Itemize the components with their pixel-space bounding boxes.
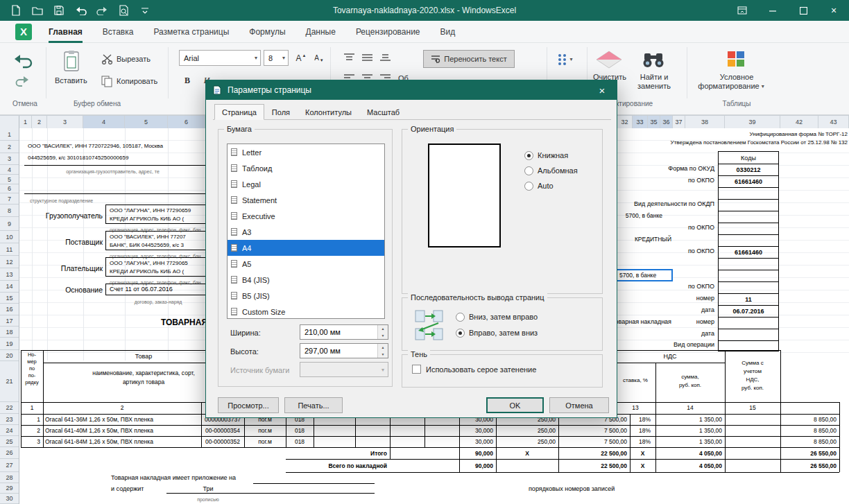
print-button[interactable]: Печать...: [284, 397, 343, 413]
font-size-combo[interactable]: 8▾: [264, 50, 289, 66]
copy-button[interactable]: Копировать: [117, 76, 157, 86]
copy-icon[interactable]: [100, 75, 114, 87]
column-header-36[interactable]: 36: [660, 116, 673, 128]
paste-icon[interactable]: [60, 49, 83, 73]
find-replace-icon[interactable]: [638, 49, 669, 71]
ribbon-tab-2[interactable]: Вставка: [103, 21, 134, 43]
quick-access-chevron-icon[interactable]: [139, 4, 151, 17]
app-logo-icon[interactable]: X: [15, 24, 32, 40]
orientation-option-2[interactable]: Альбомная: [524, 166, 578, 175]
redo-icon[interactable]: [96, 4, 108, 17]
ribbon-tab-4[interactable]: Формулы: [249, 21, 285, 43]
bold-button[interactable]: B: [179, 72, 196, 89]
save-icon[interactable]: [53, 4, 65, 17]
find-replace-label-1[interactable]: Найти и: [634, 72, 674, 82]
active-cell[interactable]: 5700, в банке: [616, 269, 673, 281]
column-header-39[interactable]: 39: [725, 116, 780, 128]
ribbon-tab-1[interactable]: Главная: [49, 21, 83, 43]
column-header-4[interactable]: 4: [83, 116, 125, 128]
dialog-tab-2[interactable]: Поля: [264, 104, 298, 120]
paper-item-custom-size[interactable]: Custom Size: [228, 304, 384, 319]
paper-item-a4[interactable]: A4: [228, 240, 384, 256]
spin-up-icon[interactable]: ▲: [378, 344, 388, 351]
spin-down-icon[interactable]: ▼: [378, 332, 388, 339]
paper-groupbox: Бумага LetterТаблоидLegalStatementExecut…: [218, 129, 393, 387]
page-order-option-1[interactable]: Вниз, затем вправо: [456, 312, 538, 322]
dialog-close-button[interactable]: ×: [588, 80, 617, 100]
column-header-42[interactable]: 42: [780, 116, 818, 128]
radio-icon[interactable]: [456, 329, 465, 338]
paper-item-a3[interactable]: A3: [228, 224, 384, 240]
preview-button[interactable]: Просмотр...: [218, 397, 279, 413]
column-header-43[interactable]: 43: [818, 116, 849, 128]
dialog-tab-4[interactable]: Масштаб: [359, 104, 407, 120]
column-header-5[interactable]: 5: [125, 116, 168, 128]
ribbon-display-options-icon[interactable]: [727, 0, 757, 21]
print-preview-icon[interactable]: [117, 4, 130, 17]
grid-options-button[interactable]: ▾: [552, 50, 578, 68]
column-header-37[interactable]: 37: [673, 116, 685, 128]
paper-item-executive[interactable]: Executive: [228, 208, 384, 224]
paper-item-таблоид[interactable]: Таблоид: [228, 160, 384, 176]
undo-button[interactable]: [10, 50, 36, 71]
dialog-tab-1[interactable]: Страница: [214, 104, 264, 120]
page-order-option-2[interactable]: Вправо, затем вниз: [456, 328, 538, 338]
align-middle-icon[interactable]: [359, 50, 375, 66]
paper-item-legal[interactable]: Legal: [228, 176, 384, 192]
radio-icon[interactable]: [524, 166, 533, 175]
conditional-formatting-label-1[interactable]: Условное: [702, 72, 771, 82]
radio-icon[interactable]: [524, 151, 533, 160]
dialog-tab-3[interactable]: Колонтитулы: [298, 104, 359, 120]
clear-icon[interactable]: [594, 49, 624, 71]
font-name-combo[interactable]: Arial▾: [179, 50, 261, 66]
ribbon-tab-3[interactable]: Разметка страницы: [153, 21, 229, 43]
ok-button[interactable]: OK: [486, 397, 544, 413]
column-header-32[interactable]: 32: [617, 116, 633, 128]
column-header-38[interactable]: 38: [685, 116, 725, 128]
cut-button[interactable]: Вырезать: [117, 54, 151, 64]
spin-up-icon[interactable]: ▲: [378, 325, 388, 332]
dialog-titlebar[interactable]: Параметры страницы ×: [206, 80, 617, 100]
column-header-35[interactable]: 35: [648, 116, 660, 128]
spin-down-icon[interactable]: ▼: [378, 351, 388, 358]
column-header-2[interactable]: 2: [32, 116, 47, 128]
paper-item-statement[interactable]: Statement: [228, 192, 384, 208]
close-button[interactable]: ×: [818, 0, 849, 21]
minimize-button[interactable]: [757, 0, 788, 21]
ribbon-tab-5[interactable]: Данные: [306, 21, 336, 43]
radio-icon[interactable]: [524, 182, 533, 191]
ribbon-tab-6[interactable]: Рецензирование: [356, 21, 420, 43]
redo-button[interactable]: [12, 73, 33, 89]
align-top-icon[interactable]: [341, 50, 357, 66]
paste-button[interactable]: Вставить: [55, 76, 87, 85]
paper-size-listbox[interactable]: LetterТаблоидLegalStatementExecutiveA3A4…: [227, 144, 385, 319]
orientation-option-3[interactable]: Auto: [524, 181, 554, 191]
cancel-button[interactable]: Отмена: [549, 397, 609, 413]
column-header-1[interactable]: 1: [19, 116, 32, 128]
gray-shading-checkbox[interactable]: [412, 365, 421, 374]
radio-icon[interactable]: [456, 313, 465, 322]
conditional-formatting-icon[interactable]: [724, 49, 748, 69]
height-value: 297,00 мм: [300, 344, 377, 358]
cut-icon[interactable]: [100, 53, 114, 65]
align-bottom-icon[interactable]: [377, 50, 393, 66]
wrap-text-button[interactable]: Переносить текст: [423, 50, 515, 68]
column-header-33[interactable]: 33: [633, 116, 648, 128]
new-document-icon[interactable]: [10, 4, 22, 17]
paper-item-letter[interactable]: Letter: [228, 144, 384, 160]
paper-item-a5[interactable]: A5: [228, 256, 384, 272]
decrease-font-icon[interactable]: A▼: [311, 50, 327, 66]
width-stepper[interactable]: 210,00 мм ▲▼: [300, 324, 388, 340]
maximize-button[interactable]: [788, 0, 818, 21]
column-header-6[interactable]: 6: [168, 116, 205, 128]
paper-item-b4-jis-[interactable]: B4 (JIS): [228, 272, 384, 288]
undo-icon[interactable]: [74, 4, 87, 17]
column-header-3[interactable]: 3: [47, 116, 83, 128]
ribbon-tab-7[interactable]: Вид: [440, 21, 456, 43]
open-folder-icon[interactable]: [31, 4, 44, 17]
increase-font-icon[interactable]: A▲: [293, 50, 309, 66]
height-stepper[interactable]: 297,00 мм ▲▼: [300, 343, 388, 358]
select-all-corner[interactable]: [0, 116, 19, 128]
paper-item-b5-jis-[interactable]: B5 (JIS): [228, 288, 384, 304]
orientation-option-1[interactable]: Книжная: [524, 150, 568, 160]
